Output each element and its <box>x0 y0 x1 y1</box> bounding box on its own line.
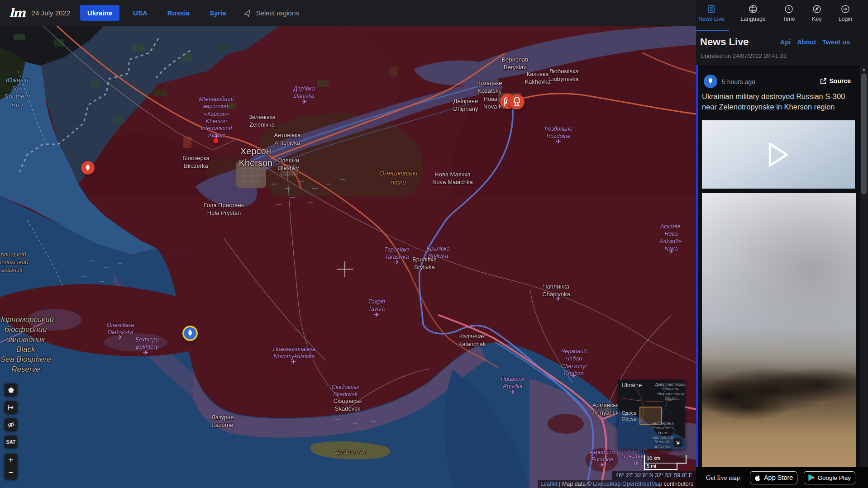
updated-timestamp: Updated on 24/07/2022 20:41:31 <box>701 52 787 59</box>
map-canvas[interactable]: ЮжныйБугSouthernBugорлицькийітологічнийа… <box>0 26 696 488</box>
zoom-out-button[interactable]: − <box>5 466 17 479</box>
hide-markers-button[interactable] <box>5 418 17 431</box>
draw-polygon-button[interactable] <box>5 384 17 396</box>
cursor-arrow-icon <box>243 9 252 17</box>
get-live-map-link[interactable]: Get live map <box>706 474 740 482</box>
measure-button[interactable] <box>5 401 17 414</box>
liveuamap-app: lm 24 July 2022 UkraineUSARussiaSyria Se… <box>0 0 868 488</box>
active-tab-underline <box>694 30 729 31</box>
satellite-toggle-button[interactable]: SAT <box>5 436 17 448</box>
news-feed: 5 hours ago Source Ukrainian military de… <box>696 65 860 467</box>
region-tab-usa[interactable]: USA <box>127 5 154 20</box>
minimap[interactable]: UkraineДніпропетровсьобластьDnipropetrov… <box>618 380 685 449</box>
external-link-icon <box>820 78 827 85</box>
polygon-icon <box>8 387 14 393</box>
mouse-coordinates: 46° 27' 32.9" N 32° 53' 59.8" E <box>612 471 696 480</box>
google-play-button[interactable]: Google Play <box>804 471 855 484</box>
play-icon <box>768 142 789 167</box>
event-marker-bomb-ua[interactable] <box>182 325 198 343</box>
panel-title: News Live <box>700 36 749 48</box>
panel-link-tweet-us[interactable]: Tweet us <box>822 38 850 46</box>
globe-icon <box>735 4 771 14</box>
event-marker-red-dot[interactable] <box>213 137 219 145</box>
sat-label: SAT <box>6 439 15 445</box>
panel-link-api[interactable]: Api <box>780 38 791 46</box>
nav-tab-login[interactable]: Login <box>827 4 863 22</box>
map-scale: 10 km 5 mi <box>644 455 687 470</box>
video-thumbnail[interactable] <box>702 120 855 189</box>
scale-mi: 5 mi <box>644 463 677 470</box>
news-timestamp: 5 hours ago <box>722 78 755 85</box>
bomb-marker-icon <box>704 75 717 88</box>
collapse-arrow-icon <box>676 440 681 445</box>
google-play-label: Google Play <box>817 474 851 481</box>
measure-arrow-icon <box>7 404 14 411</box>
source-link[interactable]: Source <box>820 77 851 85</box>
source-label: Source <box>830 77 851 85</box>
map-terrain <box>0 26 696 488</box>
minimap-collapse-button[interactable] <box>673 438 682 447</box>
liveuamap-logo[interactable]: lm <box>9 6 29 20</box>
app-store-button[interactable]: App Store <box>750 471 798 484</box>
contributors-text: contributors <box>662 481 693 487</box>
zoom-in-button[interactable]: + <box>5 454 17 466</box>
region-tab-ukraine[interactable]: Ukraine <box>80 5 119 21</box>
news-icon <box>693 4 730 14</box>
feed-scrollbar[interactable]: ▲ <box>860 65 868 467</box>
nav-tab-label: Login <box>827 16 863 22</box>
region-tab-russia[interactable]: Russia <box>161 5 196 20</box>
current-date[interactable]: 24 July 2022 <box>32 9 70 17</box>
openstreetmap-link[interactable]: OpenStreetMap <box>622 481 662 487</box>
scrollbar-thumb[interactable] <box>861 73 867 194</box>
login-icon <box>827 4 863 14</box>
region-tab-syria[interactable]: Syria <box>203 5 233 20</box>
attribution-text: | Map data © <box>558 481 593 487</box>
leaflet-link[interactable]: Leaflet <box>540 481 558 487</box>
select-regions-button[interactable]: Select regions <box>243 9 299 17</box>
news-headline[interactable]: Ukrainian military destroyed Russian S-3… <box>702 91 856 112</box>
nav-tab-label: Language <box>735 16 771 22</box>
panel-link-about[interactable]: About <box>797 38 816 46</box>
nav-tab-language[interactable]: Language <box>735 4 771 22</box>
app-store-label: App Store <box>764 474 793 481</box>
apple-icon <box>754 474 761 482</box>
select-regions-label: Select regions <box>256 9 299 17</box>
top-bar: lm 24 July 2022 UkraineUSARussiaSyria Se… <box>0 0 696 26</box>
scroll-up-arrow[interactable]: ▲ <box>860 66 868 72</box>
google-play-icon <box>808 474 815 481</box>
news-photo[interactable] <box>702 193 856 467</box>
nav-tab-news-live[interactable]: News Live <box>693 4 730 22</box>
map-attribution: Leaflet | Map data © LiveuaMap OpenStree… <box>538 480 696 488</box>
panel-footer: Get live map App Store Google Play <box>696 467 868 488</box>
region-tabs: UkraineUSARussiaSyria <box>80 5 240 21</box>
eye-slash-icon <box>7 422 15 428</box>
event-marker-mushroom[interactable] <box>509 94 525 112</box>
liveuamap-link[interactable]: LiveuaMap <box>593 481 620 487</box>
event-marker-bomb-red[interactable] <box>81 161 95 177</box>
news-panel: News LiveLanguageTimeKeyLogin News Live … <box>696 0 868 488</box>
zoom-controls: + − <box>5 454 17 479</box>
nav-tab-label: News Live <box>693 16 730 22</box>
panel-links: ApiAboutTweet us <box>774 38 850 46</box>
